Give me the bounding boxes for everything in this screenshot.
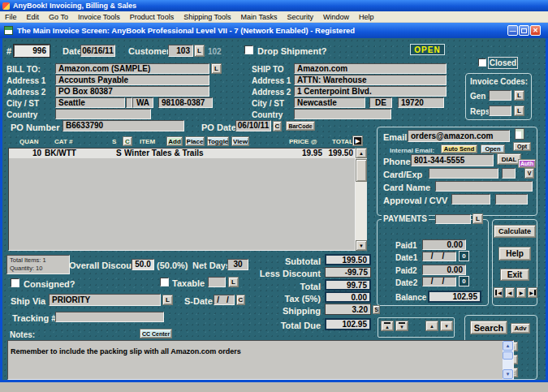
date-field[interactable]: 06/16/11	[80, 45, 115, 57]
drop-shipment-checkbox[interactable]	[244, 45, 253, 54]
payments-lookup-button[interactable]: L	[472, 213, 483, 224]
items-forward-button[interactable]: ▶	[352, 136, 363, 146]
date1-zero-button[interactable]: 0	[459, 251, 469, 261]
date1-field[interactable]: / /	[422, 252, 456, 261]
cc-center-button[interactable]: CC Center	[140, 329, 172, 338]
bill-country-field[interactable]	[55, 109, 151, 119]
auto-send-button[interactable]: Auto Send	[441, 144, 477, 153]
gen-code-lookup-button[interactable]: L	[514, 90, 524, 101]
scroll-to-top-button[interactable]: ▲	[381, 321, 394, 331]
items-scrollbar-thumb[interactable]	[356, 159, 367, 182]
place-item-button[interactable]: Place	[185, 136, 205, 146]
menu-item-goto[interactable]: Go To	[44, 13, 73, 21]
internal-open-button[interactable]: Open	[481, 144, 505, 153]
reps-code-lookup-button[interactable]: L	[514, 106, 524, 116]
close-button[interactable]: ✕	[530, 25, 541, 36]
menu-item-window[interactable]: Window	[318, 13, 354, 21]
taxable-code-field[interactable]	[208, 277, 226, 287]
scroll-to-bottom-button[interactable]: ▼	[395, 321, 408, 331]
taxable-lookup-button[interactable]: L	[228, 277, 239, 287]
notes-scrollbar-thumb[interactable]	[503, 351, 513, 360]
overall-discount-field[interactable]: 50.0	[132, 259, 154, 270]
ship-via-field[interactable]: PRIORITY	[49, 294, 161, 306]
bill-to-lookup-button[interactable]: L	[211, 63, 222, 74]
items-scroll-down-button[interactable]: ▼	[356, 240, 367, 251]
po-date-calendar-button[interactable]: C	[273, 121, 282, 131]
c-column-button[interactable]: C	[123, 136, 132, 146]
gen-code-field[interactable]	[489, 90, 511, 101]
view-item-button[interactable]: View	[231, 136, 249, 146]
items-table-body[interactable]	[8, 148, 356, 251]
closed-checkbox[interactable]	[478, 58, 486, 67]
last-record-button[interactable]: ▶	[528, 287, 537, 298]
paid1-field[interactable]: 0.00	[422, 239, 466, 250]
ship-city-field[interactable]: Newcastle	[294, 97, 365, 108]
ship-to-name-field[interactable]: Amazon.com	[294, 63, 447, 74]
net-days-field[interactable]: 30	[227, 259, 248, 270]
card-name-field[interactable]	[435, 181, 533, 192]
payments-code-field[interactable]	[435, 214, 471, 224]
card-exp-field[interactable]	[502, 168, 516, 179]
calculate-button[interactable]: Calculate	[494, 225, 536, 238]
menu-item-invoice-tools[interactable]: Invoice Tools	[73, 13, 125, 21]
items-scroll-up-button[interactable]: ▲	[356, 148, 367, 158]
menu-item-shipping-tools[interactable]: Shipping Tools	[179, 13, 235, 21]
notes-scroll-up-button[interactable]: ▲	[503, 341, 513, 351]
maximize-button[interactable]	[519, 25, 529, 36]
add-item-button[interactable]: Add	[166, 136, 183, 146]
card-number-field[interactable]	[429, 168, 498, 179]
next-record-button[interactable]: ▶	[516, 287, 526, 298]
ship-address2-field[interactable]: 1 Centerpoint Blvd.	[294, 86, 447, 97]
date2-field[interactable]: / /	[422, 277, 456, 286]
bill-city-field[interactable]: Seattle	[55, 97, 125, 108]
search-button[interactable]: Search	[470, 321, 507, 334]
customer-lookup-button[interactable]: L	[194, 45, 205, 57]
menu-item-security[interactable]: Security	[282, 13, 318, 21]
shipping-field[interactable]: 3.20	[325, 304, 371, 315]
date2-zero-button[interactable]: 0	[459, 276, 469, 286]
table-row[interactable]: 10 BK/WTT S Winter Tales & Trails 19.95 …	[9, 149, 355, 158]
minimize-button[interactable]: —	[507, 25, 518, 36]
bill-state-field[interactable]: WA	[132, 97, 153, 108]
opt-button[interactable]: Opt	[513, 142, 531, 151]
phone-field[interactable]: 801-344-5555	[411, 154, 494, 166]
scroll-up-button[interactable]: ▲	[425, 321, 438, 331]
menu-item-file[interactable]: File	[0, 13, 22, 21]
notes-scroll-down-button[interactable]: ▼	[503, 369, 513, 379]
app-titlebar[interactable]: AnyBook! Invoicing, Billing & Sales	[0, 0, 548, 11]
scroll-down-button[interactable]: ▼	[440, 321, 453, 331]
approval-field[interactable]	[451, 194, 490, 205]
menu-item-edit[interactable]: Edit	[22, 13, 45, 21]
menu-item-main-tasks[interactable]: Main Tasks	[236, 13, 283, 21]
paid2-field[interactable]: 0.00	[422, 265, 466, 275]
ship-zip-field[interactable]: 19720	[398, 97, 444, 108]
first-record-button[interactable]: ◀	[494, 287, 503, 298]
bill-address2-field[interactable]: PO Box 80387	[55, 86, 209, 97]
ship-via-lookup-button[interactable]: L	[162, 295, 173, 305]
ship-address1-field[interactable]: ATTN: Warehouse	[294, 75, 447, 85]
auth-button[interactable]: Auth	[518, 159, 536, 168]
card-v-button[interactable]: V	[524, 168, 534, 179]
toggle-item-button[interactable]: Toggle	[207, 136, 229, 146]
ship-country-field[interactable]	[294, 109, 391, 119]
customer-field[interactable]: 103	[168, 45, 193, 57]
email-document-icon[interactable]	[515, 128, 524, 140]
invoice-window-titlebar[interactable]: The Main Invoice Screen: AnyBook Profess…	[0, 23, 548, 38]
cvv-field[interactable]	[495, 194, 528, 205]
tracking-field[interactable]	[55, 312, 164, 322]
bill-to-name-field[interactable]: Amazon.com (SAMPLE)	[55, 63, 209, 74]
po-date-field[interactable]: 06/10/11	[235, 120, 271, 131]
invoice-number-field[interactable]: 996	[14, 45, 50, 57]
po-number-field[interactable]: B6633790	[63, 120, 184, 131]
consigned-checkbox[interactable]	[11, 278, 19, 287]
exit-button[interactable]: Exit	[500, 269, 529, 281]
help-button[interactable]: Help	[498, 247, 531, 261]
taxable-checkbox[interactable]	[160, 278, 169, 286]
previous-record-button[interactable]: ◀	[505, 287, 515, 298]
adv-search-button[interactable]: Adv	[511, 323, 530, 334]
barcode-button[interactable]: BarCode	[286, 121, 315, 131]
menu-item-product-tools[interactable]: Product Tools	[125, 13, 179, 21]
s-date-field[interactable]: / /	[214, 295, 235, 305]
shipping-s-button[interactable]: S	[373, 305, 380, 314]
notes-textarea[interactable]: Remember to include the packing slip wit…	[7, 340, 514, 380]
